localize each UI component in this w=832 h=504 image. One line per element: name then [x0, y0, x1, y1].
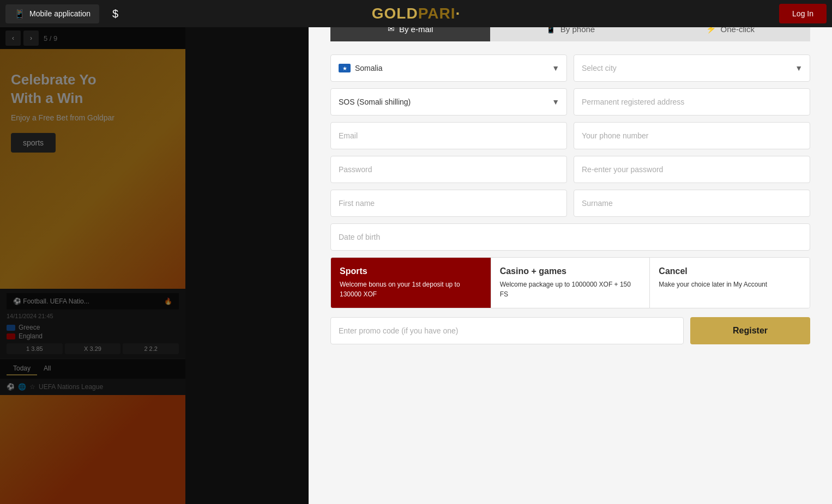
dollar-button[interactable]: $	[106, 3, 125, 25]
dob-input[interactable]	[330, 223, 810, 251]
currency-select-wrapper: ▼	[330, 88, 567, 116]
mobile-app-label: Mobile application	[29, 9, 91, 18]
phone-icon: 📱	[14, 9, 25, 19]
row-email-phone	[330, 122, 810, 149]
city-select-wrapper: ▼	[574, 54, 810, 82]
phone-input[interactable]	[574, 122, 810, 149]
row-name	[330, 190, 810, 217]
email-input[interactable]	[330, 122, 567, 149]
register-button[interactable]: Register	[690, 317, 810, 344]
registration-modal: × ✉ By e-mail 📱 By phone ⚡ One-click Som…	[309, 0, 832, 504]
bottom-row: Register	[330, 317, 810, 344]
site-logo: GOLDPARI·	[372, 5, 461, 22]
row-passwords	[330, 156, 810, 183]
city-select[interactable]	[574, 54, 810, 82]
mobile-app-button[interactable]: 📱 Mobile application	[5, 4, 99, 23]
sports-bonus-text: Welcome bonus on your 1st deposit up to …	[340, 280, 482, 299]
bonus-casino[interactable]: Casino + games Welcome package up to 100…	[491, 258, 650, 308]
logo-part1: GOLD	[372, 5, 418, 22]
country-select[interactable]: Somalia	[330, 54, 567, 82]
logo-accent: ·	[455, 5, 460, 22]
bonus-cancel[interactable]: Cancel Make your choice later in My Acco…	[650, 258, 810, 308]
casino-bonus-heading: Casino + games	[500, 266, 641, 276]
currency-select[interactable]	[330, 88, 567, 116]
firstname-input[interactable]	[330, 190, 567, 217]
somalia-flag	[339, 64, 351, 72]
row-dob	[330, 223, 810, 251]
promo-input[interactable]	[330, 317, 684, 344]
address-input[interactable]	[574, 88, 810, 116]
bonus-sports[interactable]: Sports Welcome bonus on your 1st deposit…	[331, 258, 491, 308]
cancel-text: Make your choice later in My Account	[659, 280, 801, 289]
password-input[interactable]	[330, 156, 567, 183]
sports-bonus-heading: Sports	[340, 266, 482, 276]
casino-bonus-text: Welcome package up to 1000000 XOF + 150 …	[500, 280, 641, 299]
country-select-wrapper: Somalia ▼	[330, 54, 567, 82]
modal-overlay: × ✉ By e-mail 📱 By phone ⚡ One-click Som…	[0, 0, 832, 504]
surname-input[interactable]	[574, 190, 810, 217]
cancel-heading: Cancel	[659, 266, 801, 276]
bonus-cards: Sports Welcome bonus on your 1st deposit…	[330, 257, 810, 308]
row-country-city: Somalia ▼ ▼	[330, 54, 810, 82]
login-button[interactable]: Log In	[779, 4, 827, 23]
repassword-input[interactable]	[574, 156, 810, 183]
top-nav: 📱 Mobile application $ GOLDPARI· Log In	[0, 0, 832, 27]
country-label: Somalia	[355, 64, 383, 72]
row-currency-address: ▼	[330, 88, 810, 116]
logo-part2: PARI	[418, 5, 456, 22]
